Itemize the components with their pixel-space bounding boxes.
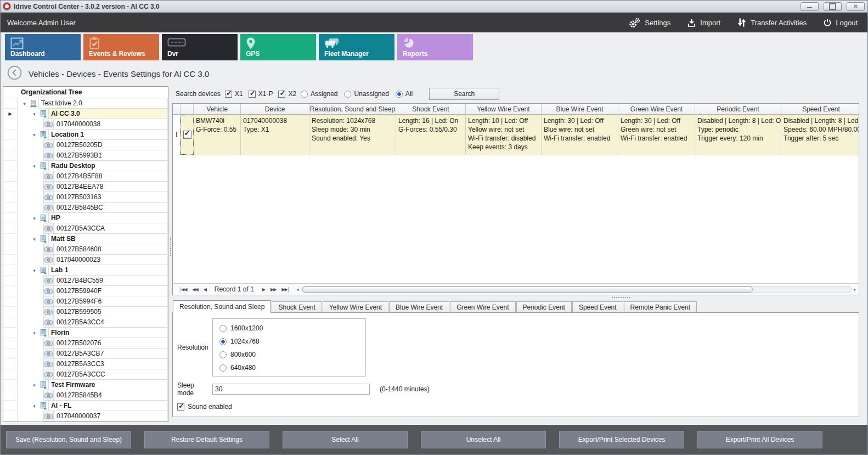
- tree-expand-icon[interactable]: ▾: [31, 265, 38, 276]
- radio-all[interactable]: [396, 91, 403, 98]
- search-button[interactable]: Search: [429, 88, 499, 100]
- tab-periodic-event[interactable]: Periodic Event: [516, 301, 572, 313]
- tab-shock-event[interactable]: Shock Event: [272, 301, 322, 313]
- tree-expand-icon[interactable]: ▾: [31, 161, 38, 171]
- tree-node-device[interactable]: 017040000038: [3, 119, 168, 130]
- sleep-mode-input[interactable]: [212, 384, 370, 395]
- nav-last-icon[interactable]: ▶▶│: [279, 287, 292, 292]
- scroll-right-icon[interactable]: ▸: [853, 287, 857, 292]
- topbar-action-transfer-activities[interactable]: Transfer Activities: [737, 18, 807, 27]
- resolution-option[interactable]: 1024x768: [219, 335, 365, 348]
- filter-x2[interactable]: X2: [278, 90, 296, 98]
- resolution-option[interactable]: 640x480: [219, 361, 365, 374]
- tree-node-device[interactable]: 00127B4EEA78: [3, 182, 168, 192]
- tile-gps[interactable]: GPS: [240, 34, 316, 60]
- tab-blue-wire-event[interactable]: Blue Wire Event: [389, 301, 449, 313]
- column-header[interactable]: Periodic Event: [695, 104, 781, 115]
- checkbox-x1[interactable]: [225, 91, 232, 98]
- tree-node-group[interactable]: ▾Lab 1: [3, 265, 168, 276]
- tree-node-group[interactable]: ▾Al - FL: [3, 401, 168, 411]
- footer-button-unselect-all[interactable]: Unselect All: [421, 431, 546, 448]
- scrollbar-track[interactable]: [301, 286, 852, 293]
- footer-button-select-all[interactable]: Select All: [283, 431, 408, 448]
- maximize-button[interactable]: [824, 2, 842, 11]
- horizontal-splitter[interactable]: [612, 297, 630, 299]
- back-button[interactable]: [7, 65, 22, 82]
- column-header[interactable]: Blue Wire Event: [542, 104, 618, 115]
- tree-node-device[interactable]: 00127B5845B4: [3, 390, 168, 401]
- tree-node-device[interactable]: 017040000023: [3, 255, 168, 265]
- close-button[interactable]: [847, 2, 865, 11]
- tree-node-root[interactable]: ▾Test Idrive 2.0: [3, 98, 168, 109]
- tree-node-device[interactable]: 00127B5993B1: [3, 150, 168, 161]
- tree-expand-icon[interactable]: ▾: [31, 109, 38, 119]
- tree-node-group[interactable]: ▾Matt SB: [3, 234, 168, 244]
- tab-yellow-wire-event[interactable]: Yellow Wire Event: [323, 301, 388, 313]
- tab-remote-panic-event[interactable]: Remote Panic Event: [624, 301, 697, 313]
- column-header[interactable]: Vehicle: [194, 104, 241, 115]
- tree-node-device[interactable]: 00127B584608: [3, 244, 168, 255]
- vertical-splitter[interactable]: [170, 237, 171, 256]
- scrollbar-thumb[interactable]: [302, 287, 753, 293]
- topbar-action-logout[interactable]: Logout: [823, 18, 858, 27]
- tree-node-group[interactable]: ▾HP: [3, 213, 168, 223]
- tree-node-device[interactable]: 00127B5845BC: [3, 203, 168, 213]
- column-header[interactable]: Shock Event: [396, 104, 466, 115]
- tree-expand-icon[interactable]: ▾: [31, 234, 38, 244]
- tab-resolution-sound-and-sleep[interactable]: Resolution, Sound and Sleep: [173, 300, 271, 313]
- minimize-button[interactable]: [801, 2, 819, 11]
- footer-button-save-resolution-sound-and-sleep-[interactable]: Save (Resolution, Sound and Sleep): [6, 431, 131, 448]
- tree-node-device[interactable]: 00127B599505: [3, 307, 168, 317]
- checkbox-x1-p[interactable]: [249, 91, 256, 98]
- nav-first-icon[interactable]: │◀◀: [176, 287, 189, 292]
- filter-x1[interactable]: X1: [225, 90, 243, 98]
- tree-node-device[interactable]: 00127B4BC559: [3, 276, 168, 286]
- row-select-cell[interactable]: [181, 115, 194, 155]
- column-header[interactable]: Yellow Wire Event: [466, 104, 542, 115]
- tree-expand-icon[interactable]: ▾: [31, 380, 38, 390]
- radio-assigned[interactable]: [301, 91, 308, 98]
- resolution-option[interactable]: 800x600: [219, 348, 365, 361]
- tile-dvr[interactable]: Dvr: [162, 34, 238, 60]
- filter-unassigned[interactable]: Unassigned: [344, 90, 388, 98]
- tree-node-group[interactable]: ▶▾Al CC 3.0: [3, 109, 168, 119]
- topbar-action-import[interactable]: Import: [687, 18, 720, 27]
- nav-prev-icon[interactable]: ◀: [201, 287, 209, 292]
- radio-640x480[interactable]: [219, 364, 227, 372]
- nav-next-icon[interactable]: ▶: [260, 287, 268, 292]
- tree-node-device[interactable]: 00127B503163: [3, 192, 168, 203]
- tree-node-device[interactable]: 00127B4B5F88: [3, 171, 168, 182]
- nav-next-page-icon[interactable]: ▶▶: [268, 287, 279, 292]
- tree-node-group[interactable]: ▾Radu Desktop: [3, 161, 168, 171]
- tile-dashboard[interactable]: Dashboard: [5, 34, 81, 60]
- resolution-option[interactable]: 1600x1200: [219, 322, 365, 335]
- tree-expand-icon[interactable]: ▾: [31, 328, 38, 338]
- tree-node-device[interactable]: 00127B5994F6: [3, 296, 168, 307]
- checkbox-x2[interactable]: [278, 91, 285, 98]
- tree-node-group[interactable]: ▾Location 1: [3, 130, 168, 140]
- column-header[interactable]: Resolution, Sound and Sleep: [309, 104, 396, 115]
- tree-node-device[interactable]: 00127B5A3CCC: [3, 369, 168, 380]
- footer-button-restore-default-settings[interactable]: Restore Default Settings: [144, 431, 269, 448]
- row-checkbox[interactable]: [183, 131, 191, 139]
- tab-green-wire-event[interactable]: Green Wire Event: [450, 301, 515, 313]
- radio-1600x1200[interactable]: [219, 325, 227, 332]
- column-header[interactable]: Speed Event: [781, 104, 859, 115]
- tree-expand-icon[interactable]: ▾: [31, 130, 38, 140]
- tree-expand-icon[interactable]: ▾: [21, 98, 28, 109]
- tile-fleet-manager[interactable]: Fleet Manager: [319, 34, 394, 60]
- radio-unassigned[interactable]: [344, 91, 351, 98]
- tree-node-device[interactable]: 00127B59940F: [3, 286, 168, 296]
- tree-node-device[interactable]: 00127B5A3CB7: [3, 349, 168, 359]
- filter-assigned[interactable]: Assigned: [301, 90, 337, 98]
- tree-expand-icon[interactable]: ▾: [31, 401, 38, 411]
- tree-node-device[interactable]: 00127B5A3CC4: [3, 317, 168, 328]
- column-header[interactable]: Device: [241, 104, 309, 115]
- sound-enabled-checkbox[interactable]: [177, 403, 184, 411]
- column-header[interactable]: Green Wire Event: [618, 104, 695, 115]
- radio-1024x768[interactable]: [219, 338, 227, 345]
- tree-node-group[interactable]: ▾Florin: [3, 328, 168, 338]
- tree-node-device[interactable]: 00127B5A3CC3: [3, 359, 168, 369]
- filter-x1-p[interactable]: X1-P: [249, 90, 273, 98]
- footer-button-export-print-all-devices[interactable]: Export/Print All Devices: [697, 431, 822, 448]
